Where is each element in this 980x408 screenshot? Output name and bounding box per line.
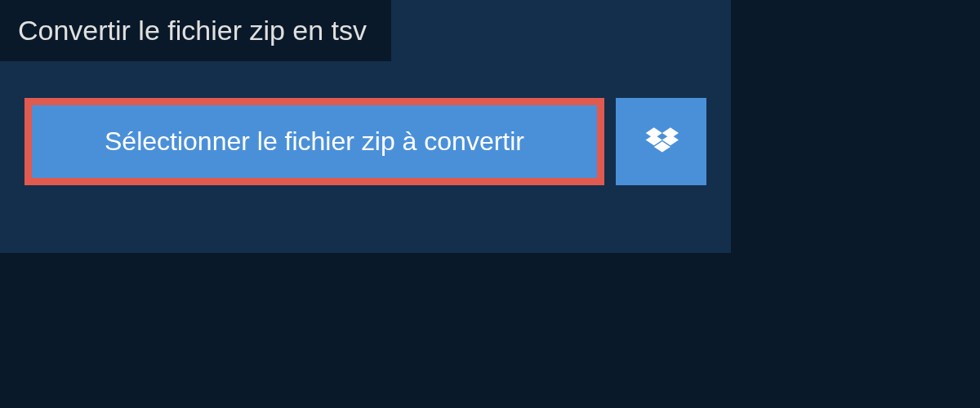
select-file-button[interactable]: Sélectionner le fichier zip à convertir bbox=[24, 98, 604, 185]
dropbox-icon bbox=[644, 125, 679, 159]
converter-panel: Convertir le fichier zip en tsv Sélectio… bbox=[0, 0, 731, 253]
tab-header: Convertir le fichier zip en tsv bbox=[0, 0, 391, 61]
dropbox-button[interactable] bbox=[616, 98, 706, 185]
select-file-label: Sélectionner le fichier zip à convertir bbox=[105, 126, 524, 157]
button-row: Sélectionner le fichier zip à convertir bbox=[0, 61, 731, 210]
page-title: Convertir le fichier zip en tsv bbox=[18, 15, 367, 46]
